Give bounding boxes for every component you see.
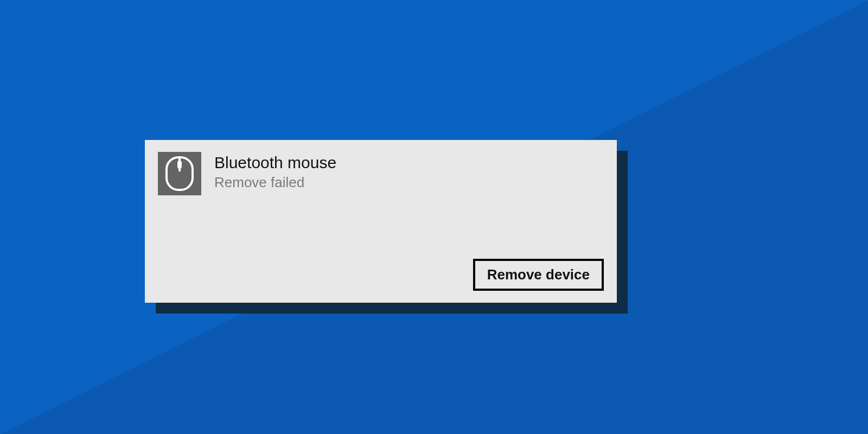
svg-rect-2: [177, 161, 182, 169]
device-texts: Bluetooth mouse Remove failed: [214, 152, 336, 192]
device-panel: Bluetooth mouse Remove failed Remove dev…: [145, 140, 617, 303]
remove-device-button[interactable]: Remove device: [473, 259, 604, 291]
device-name: Bluetooth mouse: [214, 153, 336, 173]
device-status: Remove failed: [214, 174, 336, 192]
mouse-icon: [158, 152, 201, 195]
action-row: Remove device: [473, 259, 604, 291]
device-row: Bluetooth mouse Remove failed: [158, 152, 604, 195]
